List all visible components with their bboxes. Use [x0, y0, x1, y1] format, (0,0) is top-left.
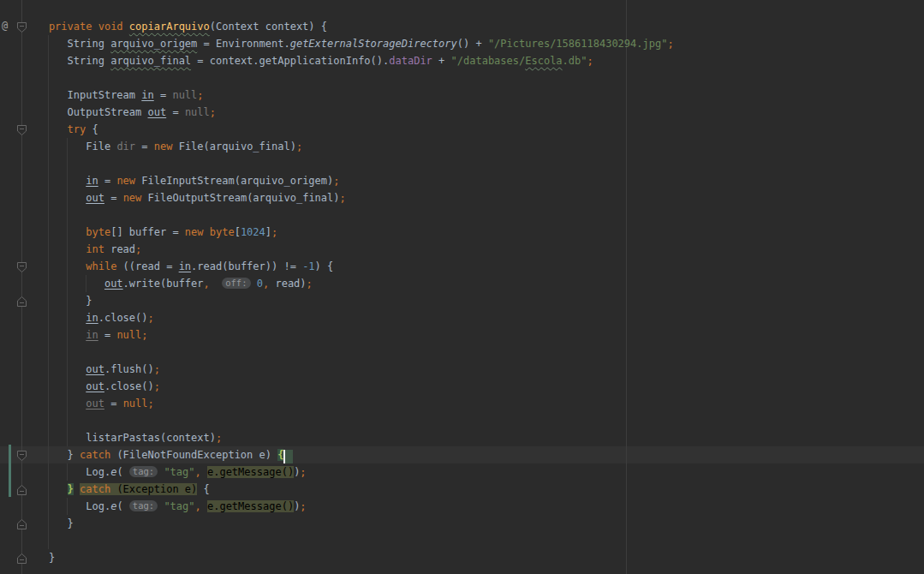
code-line[interactable]: } catch (FileNotFoundException e) { — [0, 446, 674, 463]
brace-match-box — [285, 450, 293, 463]
code-line[interactable]: Log.e( tag: "tag", e.getMessage()); — [0, 498, 674, 515]
code-line[interactable]: } — [0, 292, 674, 309]
code-line[interactable]: in = null; — [0, 326, 674, 344]
code-line[interactable]: out.flush(); — [0, 361, 674, 378]
code-line[interactable] — [0, 412, 674, 429]
code-line[interactable]: in = new FileInputStream(arquivo_origem)… — [0, 172, 674, 189]
code-line[interactable]: listarPastas(context); — [0, 429, 674, 446]
code-area[interactable]: private void copiarArquivo(Context conte… — [0, 18, 674, 566]
code-line[interactable] — [0, 69, 674, 87]
code-line[interactable]: byte[] buffer = new byte[1024]; — [0, 224, 674, 241]
code-line[interactable] — [0, 532, 674, 549]
code-line[interactable]: out = null; — [0, 395, 674, 412]
code-line[interactable]: } catch (Exception e) { — [0, 481, 674, 498]
code-line[interactable]: OutputStream out = null; — [0, 104, 674, 121]
code-line[interactable]: Log.e( tag: "tag", e.getMessage()); — [0, 463, 674, 481]
code-line[interactable]: private void copiarArquivo(Context conte… — [0, 18, 674, 35]
code-line[interactable]: } — [0, 515, 674, 532]
code-line[interactable] — [0, 155, 674, 172]
code-line[interactable]: File dir = new File(arquivo_final); — [0, 138, 674, 155]
code-line[interactable]: String arquivo_origem = Environment.getE… — [0, 35, 674, 52]
code-line[interactable]: while ((read = in.read(buffer)) != -1) { — [0, 258, 674, 275]
code-line[interactable]: int read; — [0, 241, 674, 258]
code-line[interactable] — [0, 206, 674, 224]
code-line[interactable]: out = new FileOutputStream(arquivo_final… — [0, 189, 674, 206]
code-line[interactable]: out.write(buffer, off: 0, read); — [0, 275, 674, 292]
code-line[interactable]: try { — [0, 121, 674, 138]
code-line[interactable]: String arquivo_final = context.getApplic… — [0, 52, 674, 69]
code-line[interactable]: } — [0, 549, 674, 566]
code-line[interactable]: in.close(); — [0, 309, 674, 326]
code-line[interactable]: out.close(); — [0, 378, 674, 395]
code-line[interactable] — [0, 344, 674, 361]
code-editor: @ private void copiarArquivo(Context con… — [0, 0, 924, 574]
code-line[interactable]: InputStream in = null; — [0, 87, 674, 104]
